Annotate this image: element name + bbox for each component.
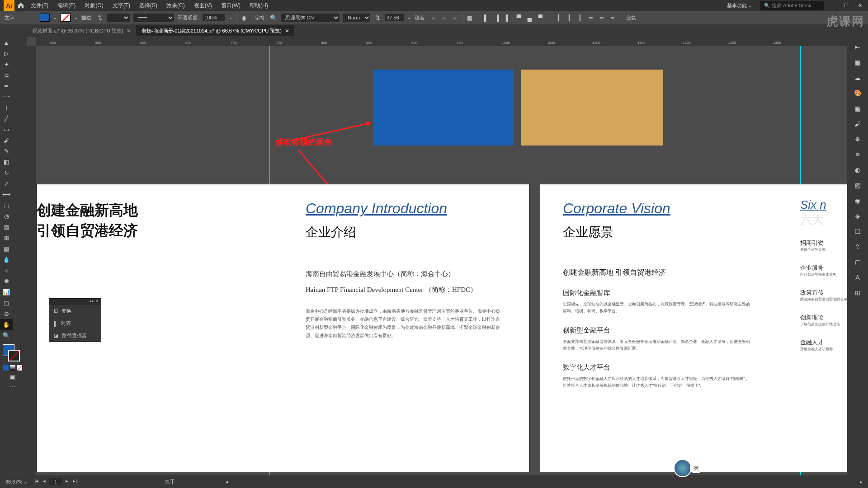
shaper-tool[interactable]: ✎ [0, 145, 13, 156]
swatches-panel-icon[interactable]: ▦ [852, 103, 863, 114]
shape-builder-tool[interactable]: ◔ [0, 211, 13, 221]
doc-tab-1[interactable]: 视频封面.ai* @ 66.67% (RGB/GPU 预览)× [27, 25, 136, 36]
zoom-level[interactable]: 66.67% ⌄ [5, 479, 28, 485]
gradient-tool[interactable]: ▤ [0, 243, 13, 254]
symbol-tool[interactable]: ✺ [0, 276, 13, 286]
direct-selection-tool[interactable]: ▷ [0, 48, 13, 59]
dist-3[interactable]: ┃ [576, 14, 584, 21]
page2-en-title[interactable]: Company Introduction [306, 200, 500, 217]
menu-help[interactable]: 帮助(H) [246, 1, 272, 10]
tan-color-swatch[interactable] [521, 70, 663, 145]
stroke-stepper[interactable]: ⇅ [96, 14, 104, 21]
none-mode-icon[interactable] [17, 365, 22, 371]
curvature-tool[interactable]: 〰 [0, 91, 13, 102]
artboard-tool[interactable]: ▢ [0, 297, 13, 308]
ime-indicator[interactable]: 英 [674, 459, 703, 477]
panel-item-transform[interactable]: ⊞变换 [49, 305, 101, 317]
scroll-right-icon[interactable]: ▸ [860, 479, 863, 485]
dist-4[interactable]: ━ [587, 14, 594, 21]
type-tool[interactable]: T [0, 102, 13, 113]
align-obj-5[interactable]: ▄ [526, 14, 533, 21]
ime-language-badge[interactable]: 英 [690, 464, 703, 473]
stroke-weight-select[interactable] [107, 14, 130, 22]
width-tool[interactable]: ⟷ [0, 189, 13, 200]
panel-item-pathfinder[interactable]: ◪路径查找器 [49, 329, 101, 342]
zoom-tool[interactable]: 🔍 [0, 330, 13, 341]
font-size-input[interactable] [385, 14, 404, 21]
gradient-panel-icon[interactable]: ◐ [852, 164, 863, 175]
libraries-panel-icon[interactable]: ☁ [852, 72, 863, 83]
last-artboard-button[interactable]: ▸| [71, 478, 78, 485]
perspective-tool[interactable]: ▦ [0, 221, 13, 232]
close-icon[interactable]: × [127, 27, 131, 34]
maximize-button[interactable]: ☐ [842, 1, 851, 10]
menu-select[interactable]: 选择(S) [136, 1, 161, 10]
rectangle-tool[interactable]: ▭ [0, 124, 13, 135]
color-panel-icon[interactable]: 🎨 [852, 88, 863, 99]
blend-tool[interactable]: ⟐ [0, 265, 13, 276]
font-style-select[interactable]: Normal [343, 14, 370, 22]
minimize-button[interactable]: — [828, 1, 837, 10]
menu-view[interactable]: 视图(V) [190, 1, 216, 10]
graph-tool[interactable]: 📊 [0, 286, 13, 297]
dist-2[interactable]: ┃ [566, 14, 573, 21]
close-icon[interactable]: × [285, 27, 289, 34]
brushes-panel-icon[interactable]: 🖌 [852, 118, 863, 129]
graphic-styles-panel-icon[interactable]: ◈ [852, 211, 863, 221]
horizontal-ruler[interactable]: 500 550 600 650 700 750 800 850 900 950 … [36, 37, 847, 46]
close-button[interactable]: ✕ [855, 1, 864, 10]
floating-transform-panel[interactable]: ◂◂✕ ⊞变换 ▌对齐 ◪路径查找器 [49, 298, 101, 342]
lasso-tool[interactable]: ⊂ [0, 70, 13, 80]
paintbrush-tool[interactable]: 🖌 [0, 135, 13, 145]
artboards-panel-icon[interactable]: ▢ [852, 257, 863, 267]
align-obj-6[interactable]: ▀ [537, 14, 544, 21]
free-transform-tool[interactable]: ⬚ [0, 200, 13, 211]
selection-tool[interactable]: ▲ [0, 37, 13, 48]
recolor-icon[interactable]: ◉ [240, 14, 247, 21]
layers-panel-icon[interactable]: ❏ [852, 226, 863, 237]
expand-dock-icon[interactable]: ⇤ [852, 42, 863, 52]
first-artboard-button[interactable]: |◂ [33, 478, 40, 485]
stroke-swatch[interactable] [61, 14, 71, 22]
canvas-area[interactable]: 修改标题的颜色 创建金融新高地 引领自贸港经济 Company Introduc… [36, 46, 847, 475]
hand-tool[interactable]: ✋ [0, 319, 13, 330]
vertical-ruler[interactable] [27, 46, 36, 475]
collapse-icon[interactable]: ◂◂ [89, 299, 94, 305]
mesh-tool[interactable]: ⊞ [0, 232, 13, 243]
next-artboard-button[interactable]: ▸ [64, 478, 70, 485]
properties-panel-icon[interactable]: ▦ [852, 57, 863, 68]
panel-item-align[interactable]: ▌对齐 [49, 317, 101, 329]
scroll-left-icon[interactable]: ◂ [226, 479, 228, 485]
workspace-switcher[interactable]: 基本功能 ⌄ [723, 1, 756, 10]
transform-label[interactable]: 变换 [626, 14, 636, 21]
gradient-mode-icon[interactable] [10, 365, 15, 371]
align-center-icon[interactable]: ≡ [440, 14, 448, 21]
dist-5[interactable]: ━ [598, 14, 605, 21]
menu-type[interactable]: 文字(T) [109, 1, 134, 10]
menu-edit[interactable]: 编辑(E) [54, 1, 79, 10]
align-obj-3[interactable]: ▌ [504, 14, 511, 21]
font-search-icon[interactable]: 🔍 [270, 14, 277, 21]
symbols-panel-icon[interactable]: ❋ [852, 134, 863, 145]
opacity-input[interactable] [203, 14, 225, 21]
stroke-panel-icon[interactable]: ≡ [852, 149, 863, 160]
align-right-icon[interactable]: ≡ [451, 14, 458, 21]
align-panel-icon[interactable]: ▦ [466, 14, 473, 21]
canvas-workspace[interactable]: 500 550 600 650 700 750 800 850 900 950 … [27, 37, 847, 475]
close-icon[interactable]: ✕ [95, 299, 99, 305]
artboard-1[interactable]: 创建金融新高地 引领自贸港经济 Company Introduction 企业介… [36, 184, 530, 472]
font-family-select[interactable]: 思源黑体 CN [281, 14, 340, 22]
fill-swatch[interactable] [40, 14, 50, 22]
dist-1[interactable]: ┃ [555, 14, 562, 21]
menu-window[interactable]: 窗口(W) [217, 1, 244, 10]
align-left-icon[interactable]: ≡ [429, 14, 437, 21]
search-input[interactable]: 🔍 搜索 Adobe Stock [760, 1, 824, 10]
size-stepper[interactable]: ⇅ [374, 14, 381, 21]
asset-export-panel-icon[interactable]: ⇪ [852, 241, 863, 252]
menu-file[interactable]: 文件(F) [27, 1, 52, 10]
artboard-number-input[interactable] [49, 478, 62, 485]
page4-en-title[interactable]: Six n [800, 198, 847, 212]
slice-tool[interactable]: ⊘ [0, 308, 13, 319]
align-obj-2[interactable]: ▐ [493, 14, 500, 21]
menu-effect[interactable]: 效果(C) [163, 1, 189, 10]
